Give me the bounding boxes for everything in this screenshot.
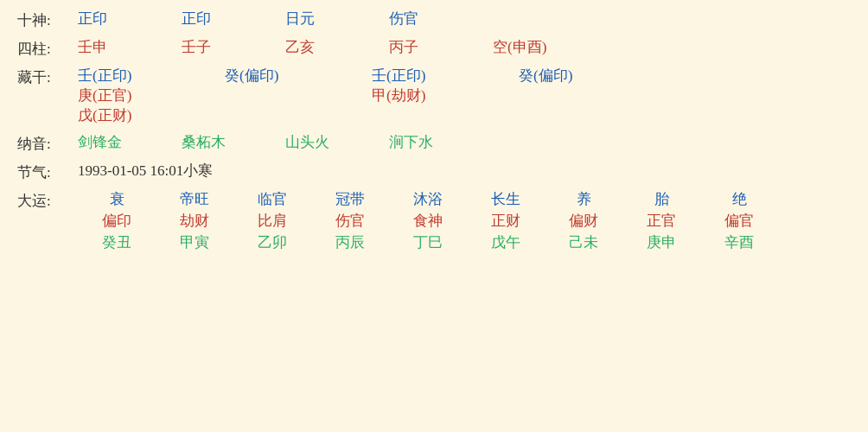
zanggan-r1-c1: 壬(正印) <box>78 66 225 86</box>
sizhu-content: 壬申 壬子 乙亥 丙子 空(申酉) <box>78 37 851 57</box>
dayun-r3-c6: 戊午 <box>467 232 545 252</box>
nayin-content: 剑锋金 桑柘木 山头火 涧下水 <box>78 132 851 152</box>
nayin-label: 纳音: <box>17 132 78 154</box>
dayun-r3-c2: 甲寅 <box>156 232 233 252</box>
dayun-r1-c7: 养 <box>545 189 622 209</box>
zanggan-row-2: 庚(正官) 甲(劫财) <box>78 86 666 105</box>
shishen-item-4: 伤官 <box>389 9 493 29</box>
zanggan-r2-c4 <box>519 86 666 105</box>
dayun-content: 衰 帝旺 临官 冠带 沐浴 长生 养 胎 绝 偏印 劫财 比肩 伤官 食神 正财… <box>78 189 778 252</box>
dayun-r3-c4: 丙辰 <box>311 232 389 252</box>
nayin-item-4: 涧下水 <box>389 132 493 152</box>
dayun-r2-c4: 伤官 <box>311 211 389 231</box>
dayun-r1-c5: 沐浴 <box>389 189 467 209</box>
sizhu-section: 四柱: 壬申 壬子 乙亥 丙子 空(申酉) <box>17 37 851 59</box>
zanggan-section: 藏干: 壬(正印) 癸(偏印) 壬(正印) 癸(偏印) 庚(正官) 甲(劫财) … <box>17 66 851 125</box>
jieqi-label: 节气: <box>17 161 78 182</box>
dayun-r1-c2: 帝旺 <box>156 189 233 209</box>
dayun-r1-c9: 绝 <box>700 189 778 209</box>
dayun-r1-c4: 冠带 <box>311 189 389 209</box>
dayun-r2-c9: 偏官 <box>700 211 778 231</box>
dayun-row-2: 偏印 劫财 比肩 伤官 食神 正财 偏财 正官 偏官 <box>78 211 778 231</box>
dayun-r1-c6: 长生 <box>467 189 545 209</box>
sizhu-item-2: 壬子 <box>182 37 285 57</box>
dayun-r2-c3: 比肩 <box>233 211 311 231</box>
jieqi-text: 1993-01-05 16:01小寒 <box>78 161 213 181</box>
dayun-r2-c1: 偏印 <box>78 211 156 231</box>
dayun-r2-c5: 食神 <box>389 211 467 231</box>
shishen-item-3: 日元 <box>285 9 389 29</box>
shishen-item-1: 正印 <box>78 9 182 29</box>
dayun-r3-c9: 辛酉 <box>700 232 778 252</box>
zanggan-label: 藏干: <box>17 66 78 87</box>
dayun-row-1: 衰 帝旺 临官 冠带 沐浴 长生 养 胎 绝 <box>78 189 778 209</box>
dayun-r1-c8: 胎 <box>622 189 700 209</box>
dayun-r2-c7: 偏财 <box>545 211 622 231</box>
dayun-label: 大运: <box>17 189 78 211</box>
sizhu-label: 四柱: <box>17 37 78 59</box>
dayun-r3-c5: 丁巳 <box>389 232 467 252</box>
dayun-r2-c6: 正财 <box>467 211 545 231</box>
dayun-r1-c3: 临官 <box>233 189 311 209</box>
sizhu-item-3: 乙亥 <box>285 37 389 57</box>
shishen-label: 十神: <box>17 9 78 30</box>
jieqi-section: 节气: 1993-01-05 16:01小寒 <box>17 161 851 182</box>
dayun-row-3: 癸丑 甲寅 乙卯 丙辰 丁巳 戊午 己未 庚申 辛酉 <box>78 232 778 252</box>
dayun-r3-c7: 己未 <box>545 232 622 252</box>
dayun-r1-c1: 衰 <box>78 189 156 209</box>
nayin-item-3: 山头火 <box>285 132 389 152</box>
zanggan-r3-c1: 戊(正财) <box>78 105 225 125</box>
sizhu-item-1: 壬申 <box>78 37 182 57</box>
shishen-content: 正印 正印 日元 伤官 <box>78 9 851 29</box>
nayin-item-1: 剑锋金 <box>78 132 182 152</box>
zanggan-r2-c1: 庚(正官) <box>78 86 225 105</box>
zanggan-r1-c2: 癸(偏印) <box>225 66 372 86</box>
dayun-r3-c8: 庚申 <box>622 232 700 252</box>
sizhu-extra: 空(申酉) <box>493 37 546 57</box>
dayun-r2-c8: 正官 <box>622 211 700 231</box>
zanggan-r2-c3: 甲(劫财) <box>372 86 519 105</box>
nayin-item-2: 桑柘木 <box>182 132 285 152</box>
shishen-section: 十神: 正印 正印 日元 伤官 <box>17 9 851 30</box>
shishen-item-2: 正印 <box>182 9 285 29</box>
zanggan-r2-c2 <box>225 86 372 105</box>
dayun-section: 大运: 衰 帝旺 临官 冠带 沐浴 长生 养 胎 绝 偏印 劫财 比肩 伤官 食… <box>17 189 851 252</box>
zanggan-r1-c3: 壬(正印) <box>372 66 519 86</box>
sizhu-item-4: 丙子 <box>389 37 493 57</box>
dayun-r3-c3: 乙卯 <box>233 232 311 252</box>
zanggan-r1-c4: 癸(偏印) <box>519 66 666 86</box>
dayun-r2-c2: 劫财 <box>156 211 233 231</box>
nayin-section: 纳音: 剑锋金 桑柘木 山头火 涧下水 <box>17 132 851 154</box>
dayun-r3-c1: 癸丑 <box>78 232 156 252</box>
jieqi-content: 1993-01-05 16:01小寒 <box>78 161 851 181</box>
zanggan-row-3: 戊(正财) <box>78 105 666 125</box>
zanggan-content: 壬(正印) 癸(偏印) 壬(正印) 癸(偏印) 庚(正官) 甲(劫财) 戊(正财… <box>78 66 666 125</box>
zanggan-row-1: 壬(正印) 癸(偏印) 壬(正印) 癸(偏印) <box>78 66 666 86</box>
